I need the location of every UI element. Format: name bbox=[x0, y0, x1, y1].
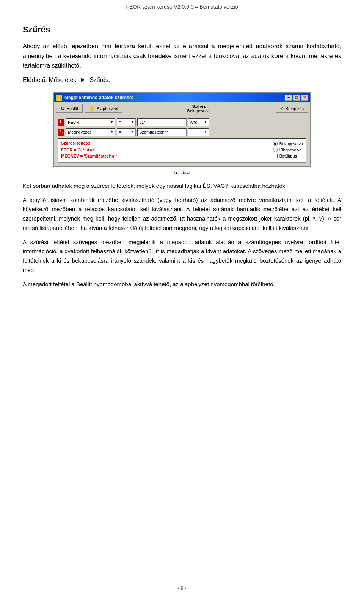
dialog-title: Megjelenítendő adatok szűrése: bbox=[64, 95, 133, 100]
radio-bekapcsolva[interactable] bbox=[273, 142, 278, 146]
close-button[interactable]: ✕ bbox=[301, 95, 308, 101]
condition-area: Szűrési feltétel FEOR = '31*' And MEGNEV… bbox=[58, 138, 306, 163]
condition-options: Bekapcsolva Kikapcsolva Betűtípus bbox=[273, 141, 303, 158]
row-num-1: 1. bbox=[58, 119, 64, 126]
intro-paragraph: Ahogy az előző fejezetben már leírásra k… bbox=[23, 41, 341, 71]
condition-title: Szűrési feltétel bbox=[61, 141, 269, 145]
field-combo-2[interactable]: Megnevezés ▼ bbox=[66, 128, 115, 136]
val-field-1[interactable]: 31* bbox=[137, 118, 187, 126]
alaphelyzet-icon: ✋ bbox=[89, 106, 95, 111]
condition-text: Szűrési feltétel FEOR = '31*' And MEGNEV… bbox=[61, 141, 269, 159]
condition-line-2: MEGNEV = 'Számítástechn*' bbox=[61, 153, 269, 159]
dialog-toolbar: ⚙ Beállít ✋ Alaphelyzet Szűrés Bekapcsol… bbox=[54, 102, 310, 115]
logic-combo-1[interactable]: And ▼ bbox=[188, 118, 209, 126]
row-num-2: 2. bbox=[58, 129, 64, 136]
szures-status: Szűrés Bekapcsolva bbox=[187, 104, 211, 113]
filter-row-1: 1. FEOR ▼ = ▼ 31* And ▼ bbox=[58, 118, 306, 126]
befejezés-icon: ✔ bbox=[280, 106, 284, 111]
dialog-icon: 🔍 bbox=[56, 95, 62, 101]
alaphelyzet-button[interactable]: ✋ Alaphelyzet bbox=[85, 104, 122, 113]
section-title: Szűrés bbox=[23, 25, 341, 35]
option-betutipus[interactable]: Betűtípus bbox=[273, 154, 303, 158]
op-arrow-1: ▼ bbox=[131, 120, 134, 124]
combo-arrow-2: ▼ bbox=[110, 130, 113, 134]
dialog-titlebar: 🔍 Megjelenítendő adatok szűrése: – □ ✕ bbox=[54, 93, 310, 102]
beallít-icon: ⚙ bbox=[61, 106, 65, 111]
footer-text: - 9 - bbox=[177, 585, 186, 591]
op-arrow-2: ▼ bbox=[131, 130, 134, 134]
combo-arrow-1: ▼ bbox=[110, 120, 113, 124]
logic-arrow-1: ▼ bbox=[204, 120, 207, 124]
condition-line-1: FEOR = '31*' And bbox=[61, 147, 269, 153]
filter-row-2: 2. Megnevezés ▼ = ▼ Számítástechn* ▼ bbox=[58, 128, 306, 136]
logic-combo-2[interactable]: ▼ bbox=[188, 128, 209, 136]
minimize-button[interactable]: – bbox=[285, 95, 292, 101]
dialog-body: 1. FEOR ▼ = ▼ 31* And ▼ bbox=[54, 115, 310, 166]
page-header: FEOR szám kereső V2.0.0.0 – Bemutató ver… bbox=[0, 0, 364, 13]
dialog-window: 🔍 Megjelenítendő adatok szűrése: – □ ✕ ⚙… bbox=[53, 92, 311, 167]
paragraph-2: A lenyíló listával kombinált mezőbe kivá… bbox=[23, 195, 341, 233]
beallít-button[interactable]: ⚙ Beállít bbox=[56, 104, 83, 113]
check-betutipus[interactable] bbox=[273, 154, 278, 158]
paragraph-4: A megadott feltétel a Beállít nyomógombb… bbox=[23, 280, 341, 289]
option-kikapcsolva[interactable]: Kikapcsolva bbox=[273, 148, 303, 152]
logic-arrow-2: ▼ bbox=[204, 130, 207, 134]
elerheto-line: Elérhető: Műveletek ► Szűrés. bbox=[23, 76, 341, 84]
radio-kikapcsolva[interactable] bbox=[273, 148, 278, 152]
paragraph-1: Két sorban adhatók meg a szűrési feltéte… bbox=[23, 181, 341, 191]
header-title: FEOR szám kereső V2.0.0.0 – Bemutató ver… bbox=[126, 4, 238, 10]
dialog-container: 🔍 Megjelenítendő adatok szűrése: – □ ✕ ⚙… bbox=[23, 92, 341, 167]
option-bekapcsolva[interactable]: Bekapcsolva bbox=[273, 142, 303, 146]
figure-label: 5. ábra bbox=[23, 170, 341, 175]
op-combo-1[interactable]: = ▼ bbox=[117, 118, 136, 126]
maximize-button[interactable]: □ bbox=[293, 95, 300, 101]
befejezés-button[interactable]: ✔ Befejezés bbox=[276, 104, 308, 113]
arrow-icon: ► bbox=[80, 76, 86, 84]
field-combo-1[interactable]: FEOR ▼ bbox=[66, 118, 115, 126]
paragraph-3: A szűrési feltétel szöveges mezőben megj… bbox=[23, 238, 341, 275]
op-combo-2[interactable]: = ▼ bbox=[117, 128, 136, 136]
page-footer: - 9 - bbox=[0, 582, 364, 594]
val-field-2[interactable]: Számítástechn* bbox=[137, 128, 187, 136]
titlebar-controls: – □ ✕ bbox=[285, 95, 308, 101]
